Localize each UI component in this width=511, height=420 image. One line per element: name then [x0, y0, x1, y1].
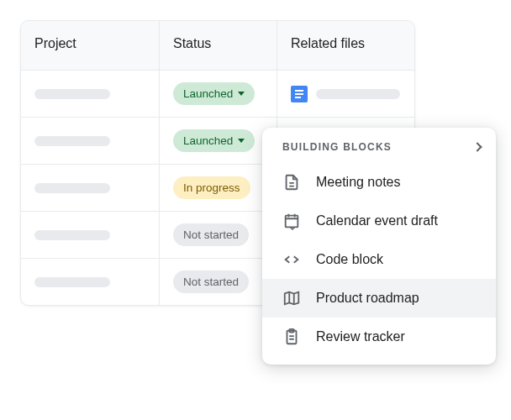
- cell-status[interactable]: Not started: [160, 259, 277, 305]
- cell-status[interactable]: Launched: [160, 118, 277, 164]
- menu-item-review-tracker[interactable]: Review tracker: [262, 318, 496, 356]
- status-chip[interactable]: Not started: [173, 270, 249, 293]
- cell-status[interactable]: Launched: [160, 71, 277, 117]
- placeholder-text: [34, 136, 110, 146]
- cell-related[interactable]: [277, 71, 414, 117]
- col-header-related: Related files: [277, 21, 414, 70]
- placeholder-text: [34, 277, 110, 287]
- cell-project[interactable]: [21, 71, 160, 117]
- cell-project[interactable]: [21, 118, 160, 164]
- menu-item-product-roadmap[interactable]: Product roadmap: [262, 279, 496, 318]
- menu-item-calendar-event-draft[interactable]: Calendar event draft: [262, 202, 496, 240]
- status-chip[interactable]: Launched: [173, 129, 255, 152]
- cell-project[interactable]: [21, 165, 160, 211]
- cell-status[interactable]: In progress: [160, 165, 277, 211]
- table-row: Launched: [21, 71, 414, 118]
- popover-header[interactable]: BUILDING BLOCKS: [262, 139, 496, 163]
- menu-item-label: Meeting notes: [316, 175, 401, 190]
- popover-title: BUILDING BLOCKS: [282, 141, 392, 153]
- status-label: Not started: [183, 228, 239, 241]
- col-header-project: Project: [21, 21, 160, 70]
- placeholder-text: [34, 183, 110, 193]
- cell-project[interactable]: [21, 259, 160, 305]
- code-icon: [282, 250, 301, 269]
- chevron-down-icon: [238, 139, 245, 143]
- placeholder-text: [316, 89, 400, 99]
- menu-item-label: Review tracker: [316, 329, 405, 344]
- menu-item-label: Calendar event draft: [316, 213, 438, 228]
- placeholder-text: [34, 89, 110, 99]
- menu-item-label: Product roadmap: [316, 291, 419, 306]
- calendar-icon: [282, 212, 301, 230]
- map-icon: [282, 289, 301, 307]
- page-icon: [282, 173, 301, 192]
- status-chip[interactable]: Launched: [173, 82, 255, 105]
- status-label: Launched: [183, 87, 233, 100]
- status-label: Not started: [183, 276, 239, 288]
- status-chip[interactable]: In progress: [173, 176, 250, 199]
- placeholder-text: [34, 230, 110, 240]
- clipboard-icon: [282, 328, 301, 346]
- menu-item-meeting-notes[interactable]: Meeting notes: [262, 163, 496, 202]
- status-chip[interactable]: Not started: [173, 223, 249, 246]
- status-label: Launched: [183, 134, 233, 147]
- chevron-right-icon: [472, 142, 482, 151]
- cell-status[interactable]: Not started: [160, 212, 277, 258]
- table-header-row: Project Status Related files: [21, 21, 414, 71]
- cell-project[interactable]: [21, 212, 160, 258]
- chevron-down-icon: [238, 92, 245, 96]
- google-doc-icon: [291, 86, 308, 102]
- menu-item-label: Code block: [316, 252, 383, 267]
- status-label: In progress: [183, 181, 240, 194]
- svg-rect-0: [286, 216, 298, 228]
- menu-item-code-block[interactable]: Code block: [262, 240, 496, 279]
- col-header-status: Status: [160, 21, 277, 70]
- building-blocks-popover: BUILDING BLOCKS Meeting notes Calendar e…: [262, 128, 496, 365]
